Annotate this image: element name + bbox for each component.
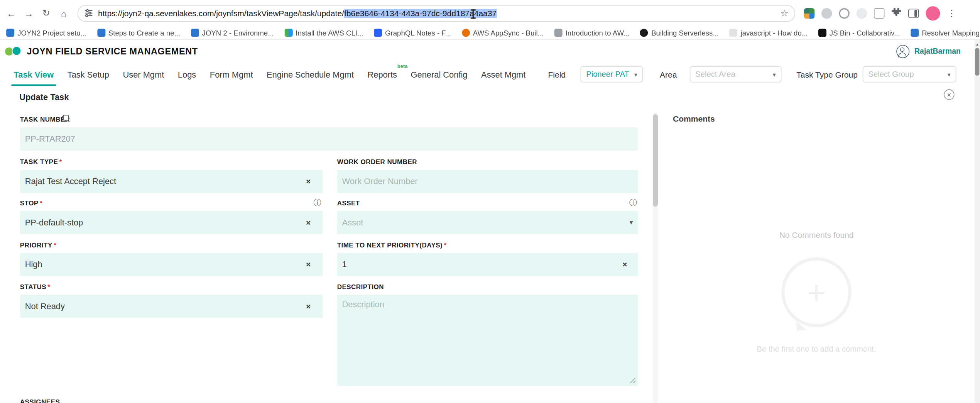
nav-tabs: Task View Task Setup User Mgmt Logs Form… <box>14 63 526 86</box>
comments-title: Comments <box>673 114 715 124</box>
task-type-group-select-value: Select Group <box>868 70 914 79</box>
extension-icon[interactable] <box>821 8 832 19</box>
bookmark-item[interactable]: Introduction to AW... <box>554 29 630 37</box>
user-avatar-icon <box>896 45 909 58</box>
browser-profile-avatar[interactable] <box>926 6 940 20</box>
bookmark-item[interactable]: Building Serverless... <box>640 29 719 37</box>
copy-icon[interactable] <box>62 115 69 122</box>
chevron-down-icon: ▾ <box>943 71 951 78</box>
tab-form-mgmt[interactable]: Form Mgmt <box>210 63 253 86</box>
asset-select[interactable]: Asset ▾ <box>337 211 638 234</box>
bookmark-item[interactable]: Install the AWS CLI... <box>284 29 363 37</box>
tab-asset-mgmt[interactable]: Asset Mgmt <box>481 63 525 86</box>
joyn-logo: JOYN FIELD SERVICE MANAGEMENT <box>5 46 198 56</box>
description-textarea[interactable] <box>337 295 638 386</box>
tab-user-mgmt[interactable]: User Mgmt <box>123 63 164 86</box>
bookmark-item[interactable]: JOYN 2 - Environme... <box>191 29 274 37</box>
bookmark-item[interactable]: JOYN2 Project setu... <box>6 29 86 37</box>
bookmark-star-icon[interactable]: ☆ <box>781 8 788 18</box>
stop-input[interactable] <box>20 211 323 234</box>
time-to-next-priority-input[interactable] <box>337 253 638 276</box>
extensions-puzzle-icon[interactable] <box>891 7 901 19</box>
tab-engine-schedule-mgmt[interactable]: Engine Schedule Mgmt <box>267 63 354 86</box>
tab-task-view[interactable]: Task View <box>14 63 54 86</box>
form-scrollbar[interactable] <box>653 112 658 403</box>
bookmark-label: JS Bin - Collaborativ... <box>830 29 900 36</box>
extension-icon[interactable] <box>804 8 815 19</box>
bookmark-favicon <box>911 29 919 37</box>
user-menu[interactable]: RajatBarman <box>896 45 961 58</box>
task-type-group-label: Task Type Group <box>796 70 858 79</box>
bookmark-item[interactable]: Resolver Mapping T... <box>911 29 980 37</box>
back-icon[interactable]: ← <box>2 4 20 22</box>
extension-icon[interactable] <box>874 8 885 19</box>
clear-priority-icon[interactable]: × <box>304 260 313 269</box>
address-bar[interactable]: https://joyn2-qa.sevenlakes.com/joynfsm/… <box>78 5 796 22</box>
time-to-next-priority-label-text: TIME TO NEXT PRIORITY(DAYS) <box>337 241 443 248</box>
bookmark-label: Building Serverless... <box>651 29 719 36</box>
bookmark-favicon <box>554 29 563 37</box>
priority-label: PRIORITY* <box>20 241 56 248</box>
bookmark-label: javascript - How do... <box>741 29 808 36</box>
stop-info-icon[interactable]: ⓘ <box>313 198 321 209</box>
extension-icon[interactable] <box>857 8 867 19</box>
joyn-logo-icon <box>5 47 22 56</box>
priority-input[interactable] <box>20 253 323 276</box>
bookmark-label: JOYN2 Project setu... <box>17 29 86 36</box>
toolbar-extensions: ⋮ <box>804 6 961 20</box>
required-mark: * <box>444 241 446 248</box>
home-icon[interactable]: ⌂ <box>55 4 72 22</box>
field-select[interactable]: Pioneer PAT ▾ <box>581 66 643 82</box>
task-type-group-select[interactable]: Select Group ▾ <box>863 66 956 82</box>
screen: ← → ↻ ⌂ https://joyn2-qa.sevenlakes.com/… <box>0 0 980 403</box>
page-scrollbar-thumb[interactable] <box>975 48 979 76</box>
asset-info-icon[interactable]: ⓘ <box>629 198 637 209</box>
scroll-up-icon[interactable]: ▲ <box>974 41 980 47</box>
close-icon[interactable]: × <box>944 89 955 100</box>
required-mark: * <box>47 283 50 290</box>
task-number-input <box>20 127 638 151</box>
chevron-down-icon: ▾ <box>629 71 637 78</box>
side-panel-icon[interactable] <box>908 8 919 18</box>
area-select[interactable]: Select Area ▾ <box>690 66 782 82</box>
extension-icon[interactable] <box>839 8 850 19</box>
tab-logs[interactable]: Logs <box>178 63 196 86</box>
bookmark-item[interactable]: javascript - How do... <box>729 29 808 37</box>
browser-menu-icon[interactable]: ⋮ <box>947 7 961 19</box>
bookmark-item[interactable]: AWS AppSync - Buil... <box>462 29 544 37</box>
clear-time-to-next-priority-icon[interactable]: × <box>620 260 629 269</box>
beta-badge: beta <box>397 64 408 69</box>
tab-reports[interactable]: Reportsbeta <box>367 63 397 86</box>
bookmarks-bar: JOYN2 Project setu... Steps to Create a … <box>0 26 980 40</box>
task-type-input[interactable] <box>20 170 323 193</box>
bookmark-label: GraphQL Notes - F... <box>385 29 451 36</box>
bookmark-favicon <box>284 29 292 37</box>
bookmark-item[interactable]: JS Bin - Collaborativ... <box>818 29 900 37</box>
description-label: DESCRIPTION <box>337 283 384 290</box>
tab-general-config[interactable]: General Config <box>411 63 468 86</box>
plus-icon: + <box>807 276 826 308</box>
form-scrollbar-thumb[interactable] <box>653 114 658 207</box>
work-order-input[interactable] <box>337 170 638 193</box>
status-label: STATUS* <box>20 283 51 290</box>
field-label: Field <box>548 70 566 79</box>
site-settings-icon[interactable] <box>84 9 93 18</box>
status-label-text: STATUS <box>20 283 46 290</box>
tab-task-setup[interactable]: Task Setup <box>68 63 109 86</box>
forward-icon[interactable]: → <box>20 4 37 22</box>
bookmark-label: AWS AppSync - Buil... <box>473 29 544 36</box>
clear-status-icon[interactable]: × <box>304 301 313 311</box>
task-type-label: TASK TYPE* <box>20 158 62 165</box>
bookmark-item[interactable]: Steps to Create a ne... <box>97 29 180 37</box>
page-scrollbar[interactable]: ▲ <box>974 40 980 403</box>
reload-icon[interactable]: ↻ <box>37 4 55 22</box>
status-input[interactable] <box>20 295 323 318</box>
clear-task-type-icon[interactable]: × <box>304 177 313 186</box>
page-title: Update Task <box>19 92 69 102</box>
update-task-panel: Update Task × TASK NUMBER TASK TYPE* × W… <box>0 86 974 403</box>
bookmark-favicon <box>729 29 737 37</box>
bookmark-favicon <box>640 29 648 37</box>
bookmark-item[interactable]: GraphQL Notes - F... <box>374 29 451 37</box>
work-order-label: WORK ORDER NUMBER <box>337 158 417 165</box>
clear-stop-icon[interactable]: × <box>304 218 313 227</box>
